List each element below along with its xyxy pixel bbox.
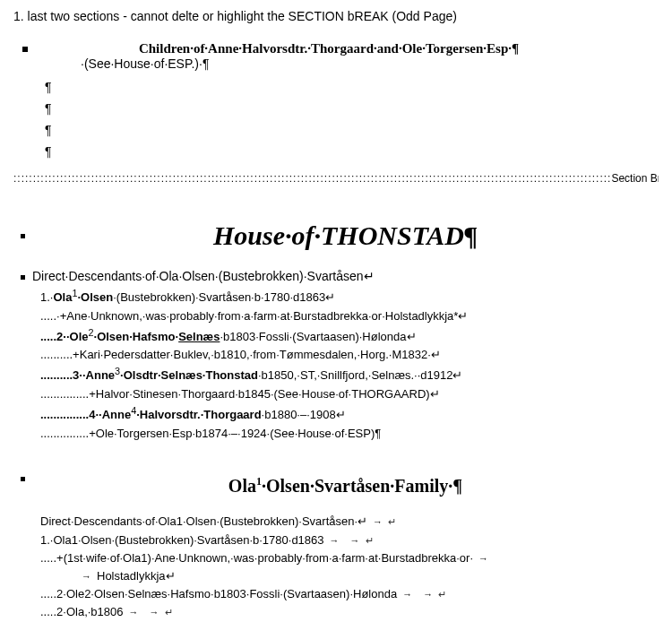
- tab-arrow-icon: →: [373, 515, 383, 529]
- tab-arrow-icon: →: [330, 534, 340, 548]
- paragraph-mark: ¶: [45, 101, 659, 116]
- children-heading-row: Children·of·Anne·Halvorsdtr.·Thorgaard·a…: [13, 41, 659, 56]
- bullet-icon: [21, 275, 25, 280]
- text: ·(Bustebrokken)·Svartåsen·b·1780·d1863↵: [113, 290, 335, 304]
- bullet-icon: [21, 234, 25, 238]
- text: .....+(1st·wife·of·Ola1)·Ane·Unknown,·wa…: [40, 551, 473, 565]
- text: ·b1850,·ST,·Snillfjord,·Selnæs.··d1912↵: [258, 369, 463, 383]
- text: ·Olsen·Svartåsen·Family·¶: [262, 475, 462, 495]
- bullet-icon: [22, 47, 28, 52]
- return-arrow-icon: ↵: [366, 535, 374, 546]
- bullet-icon: [21, 477, 25, 481]
- paragraph-mark: ¶: [45, 80, 659, 94]
- direct-descendants-text: Direct·Descendants·of·Ola1·Olsen·(Busteb…: [40, 514, 659, 530]
- tab-arrow-icon: →: [350, 534, 360, 548]
- house-title-row: House·of·THONSTAD¶: [13, 203, 659, 269]
- paragraph-mark: ¶: [45, 123, 659, 137]
- section-break-dots-left: ::::::::::::::::::::::::::::::::::::::::…: [13, 172, 611, 185]
- family-heading-row: Ola1·Olsen·Svartåsen·Family·¶: [13, 444, 659, 514]
- direct-descendants-heading: Direct·Descendants·of·Ola·Olsen·(Bustebr…: [13, 269, 659, 283]
- tab-arrow-icon: →: [82, 570, 91, 583]
- tree-line: ...............4··Anne4·Halvorsdtr.·Thor…: [40, 404, 659, 424]
- tab-arrow-icon: →: [402, 588, 412, 601]
- name-bold: ·Olsdtr·Selnæs·Thonstad: [120, 369, 258, 383]
- text: 1.·: [40, 290, 53, 304]
- text: Direct·Descendants·of·Ola1·Olsen·(Busteb…: [40, 514, 367, 528]
- name-bold: ·Olsen: [77, 290, 113, 304]
- tree-line: 1.·Ola1·Olsen·(Bustebrokken)·Svartåsen·b…: [40, 287, 659, 307]
- tree-line: ..........+Kari·Pedersdatter·Buklev,·b18…: [40, 347, 659, 363]
- name-bold: ·Halvorsdtr.·Thorgaard: [136, 408, 261, 421]
- tree-line: .....2·Ole2·Olsen·Selnæs·Hafsmo·b1803·Fo…: [40, 586, 659, 602]
- return-arrow-icon: ↵: [388, 516, 396, 527]
- text: .....2·Ole2·Olsen·Selnæs·Hafsmo·b1803·Fo…: [40, 587, 397, 600]
- return-arrow-icon: ↵: [438, 589, 446, 600]
- family-heading: Ola1·Olsen·Svartåsen·Family·¶: [32, 475, 659, 497]
- tree-line: ...............+Halvor·Stinesen·Thorgaar…: [40, 386, 659, 402]
- section-break-label: Section Break (Odd Page): [611, 172, 659, 185]
- return-arrow-icon: ↵: [165, 607, 173, 618]
- tree-line: .....+(1st·wife·of·Ola1)·Ane·Unknown,·wa…: [40, 550, 659, 566]
- children-heading: Children·of·Anne·Halvorsdtr.·Thorgaard·a…: [139, 41, 519, 56]
- direct-desc-text: Direct·Descendants·of·Ola·Olsen·(Bustebr…: [32, 269, 375, 283]
- tree-line: 1.·Ola1·Olsen·(Bustebrokken)·Svartåsen·b…: [40, 532, 659, 549]
- tab-arrow-icon: →: [129, 606, 139, 619]
- house-title: House·of·THONSTAD¶: [32, 220, 659, 251]
- name-underline: Selnæs: [178, 330, 220, 343]
- name-bold: ·Olsen·Hafsmo·: [94, 330, 179, 343]
- tab-arrow-icon: →: [478, 552, 488, 566]
- tree-line: .....2·Ola,·b1806→→↵: [40, 604, 659, 620]
- tree-line: .....2··Ole2·Olsen·Hafsmo·Selnæs·b1803·F…: [40, 326, 659, 346]
- text: .....2·Ola,·b1806: [40, 605, 124, 618]
- section-break: ::::::::::::::::::::::::::::::::::::::::…: [13, 172, 659, 185]
- text: ·b1880·–·1908↵: [262, 408, 346, 421]
- name-bold: Ole: [70, 330, 89, 343]
- text: Holstadlykkja↵: [97, 569, 176, 583]
- name-bold: Anne: [102, 408, 132, 421]
- name-bold: ...............4··: [40, 408, 102, 421]
- tab-arrow-icon: →: [150, 606, 159, 619]
- text: 1.·Ola1·Olsen·(Bustebrokken)·Svartåsen·b…: [40, 533, 324, 547]
- tree-line: ..........3··Anne3·Olsdtr·Selnæs·Thonsta…: [40, 365, 659, 384]
- tree-line: ...............+Ole·Torgersen·Esp·b1874·…: [40, 426, 659, 442]
- name-bold: ..........3··: [40, 369, 86, 383]
- name-bold: Anne: [86, 369, 116, 383]
- text: Ola: [228, 475, 256, 495]
- text: ·b1803·Fossli·(Svartaasen)·Hølonda↵: [220, 330, 416, 343]
- tree-line: →Holstadlykkja↵: [76, 568, 659, 584]
- tree-line: .....·+Ane·Unknown,·was·probably·from·a·…: [40, 308, 659, 324]
- question-text: 1. last two sections - cannot delte or h…: [13, 9, 659, 23]
- paragraph-mark: ¶: [45, 144, 659, 159]
- see-house-text: ·(See·House·of·ESP.)·¶: [81, 56, 659, 71]
- tab-arrow-icon: →: [423, 588, 433, 601]
- name-bold: Ola: [53, 290, 72, 304]
- name-bold: .....2··: [40, 330, 70, 343]
